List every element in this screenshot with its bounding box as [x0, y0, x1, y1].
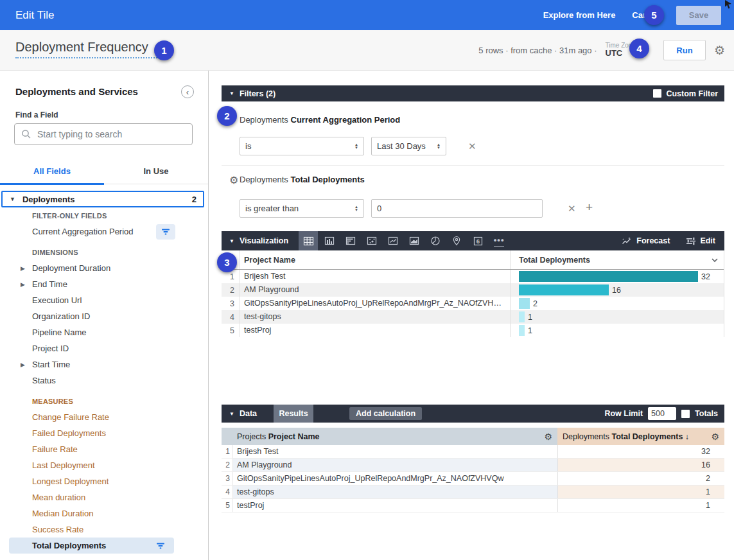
row-number: 1 — [222, 445, 233, 458]
edit-viz-button[interactable]: Edit — [686, 236, 715, 245]
field-item-total-deployments[interactable]: Total Deployments — [9, 538, 174, 554]
viz-table-row[interactable]: 2AM Playground16 — [222, 283, 724, 297]
field-item-failure-rate[interactable]: Failure Rate — [0, 441, 208, 457]
filter1-operator-value: is — [245, 141, 251, 151]
field-item-current-aggregation-period[interactable]: Current Aggregation Period — [0, 223, 208, 240]
field-group-deployments[interactable]: ▼ Deployments 2 — [1, 191, 204, 207]
tab-all-fields[interactable]: All Fields — [0, 159, 104, 184]
page-title[interactable]: Deployment Frequency — [15, 40, 162, 58]
results-tab[interactable]: Results — [274, 405, 313, 423]
field-item-organization-id[interactable]: Organization ID — [0, 308, 208, 324]
bar[interactable] — [519, 284, 609, 295]
data-table-row[interactable]: 2AM Playground16 — [222, 459, 724, 472]
viz-type-single-value-icon[interactable]: 6 — [468, 231, 487, 250]
field-item-execution-url[interactable]: Execution Url — [0, 292, 208, 308]
field-item-pipeline-name[interactable]: Pipeline Name — [0, 324, 208, 340]
viz-type-more-icon[interactable]: ••• — [489, 231, 509, 250]
expand-caret-icon[interactable]: ▶ — [21, 362, 25, 368]
column-gear-icon[interactable]: ⚙ — [711, 432, 719, 442]
custom-filter-checkbox[interactable] — [653, 89, 661, 98]
field-item-label: Median Duration — [32, 509, 93, 518]
row-limit-input[interactable] — [648, 407, 676, 420]
viz-table-row[interactable]: 3GitOpsSanityPipeLinesAutoProj_UpRelRepo… — [222, 297, 724, 310]
field-item-project-id[interactable]: Project ID — [0, 340, 208, 356]
filter2-operator-select[interactable]: is greater than ▲▼ — [240, 199, 364, 218]
field-item-mean-duration[interactable]: Mean duration — [0, 489, 208, 505]
filters-panel-header[interactable]: ▼ Filters (2) Custom Filter — [222, 85, 724, 101]
field-item-end-time[interactable]: ▶End Time — [0, 276, 208, 292]
collapse-caret-icon[interactable]: ▼ — [229, 91, 234, 96]
field-item-change-failure-rate[interactable]: Change Failure Rate — [0, 409, 208, 425]
collapse-sidebar-icon[interactable]: ‹ — [181, 85, 194, 98]
data-table-row[interactable]: 5testProj1 — [222, 499, 724, 512]
field-item-status[interactable]: Status — [0, 372, 208, 389]
viz-table-row[interactable]: 1Brijesh Test32 — [222, 270, 724, 283]
field-item-label: Organization ID — [32, 311, 90, 321]
save-button[interactable]: Save — [676, 6, 721, 25]
totals-checkbox[interactable] — [681, 410, 690, 418]
explore-from-here-link[interactable]: Explore from Here — [543, 10, 616, 20]
field-search-box[interactable] — [14, 123, 193, 145]
expand-caret-icon[interactable]: ▶ — [21, 281, 25, 288]
custom-filter-label: Custom Filter — [666, 89, 718, 98]
viz-type-area-chart-icon[interactable] — [405, 231, 424, 250]
filter-icon[interactable] — [156, 224, 175, 240]
bar[interactable] — [519, 325, 525, 336]
field-search-input[interactable] — [37, 129, 186, 139]
remove-filter1-icon[interactable]: ✕ — [468, 141, 476, 152]
chevron-down-icon[interactable] — [711, 258, 719, 263]
data-table-row[interactable]: 3GitOpsSanityPipeLinesAutoProj_UpRelRepo… — [222, 472, 724, 486]
add-calculation-button[interactable]: Add calculation — [349, 407, 422, 420]
viz-type-scatter-plot-icon[interactable] — [362, 231, 381, 250]
data-table-row[interactable]: 1Brijesh Test32 — [222, 445, 724, 459]
filter2-field-label: Deployments Total Deployments — [240, 175, 365, 184]
field-item-deployment-duration[interactable]: ▶Deployment Duration — [0, 260, 208, 276]
sort-descending-icon[interactable]: ↓ — [685, 432, 689, 441]
bar[interactable] — [519, 311, 525, 322]
field-item-start-time[interactable]: ▶Start Time — [0, 356, 208, 372]
data-measure-column-header[interactable]: Deployments Total Deployments ↓ ⚙ — [557, 428, 724, 445]
custom-filter-toggle[interactable]: Custom Filter — [653, 89, 718, 98]
viz-type-pie-chart-icon[interactable] — [426, 231, 445, 250]
collapse-caret-icon[interactable]: ▼ — [229, 238, 234, 244]
viz-measure-column-header[interactable]: Total Deployments — [511, 250, 724, 269]
viz-dimension-column-header[interactable]: Project Name — [240, 250, 511, 269]
viz-type-column-chart-icon[interactable] — [320, 231, 339, 250]
field-item-failed-deployments[interactable]: Failed Deployments — [0, 425, 208, 441]
tab-in-use[interactable]: In Use — [104, 159, 208, 184]
filter1-value-select[interactable]: Last 30 Days ▲▼ — [371, 137, 446, 155]
field-item-label: Project ID — [32, 344, 69, 353]
bar[interactable] — [519, 271, 698, 282]
viz-type-table-icon[interactable] — [299, 231, 318, 250]
filter1-operator-select[interactable]: is ▲▼ — [240, 137, 364, 155]
add-filter-icon[interactable]: + — [586, 200, 593, 214]
run-button[interactable]: Run — [663, 40, 706, 60]
field-item-longest-deployment[interactable]: Longest Deployment — [0, 473, 208, 489]
viz-table-row[interactable]: 5testProj1 — [222, 324, 724, 337]
data-panel-header[interactable]: ▼ Data Results Add calculation Row Limit… — [222, 405, 724, 423]
expand-caret-icon[interactable]: ▶ — [21, 265, 25, 272]
filter2-gear-icon[interactable]: ⚙ — [229, 174, 238, 186]
visualization-panel-header[interactable]: ▼ Visualization 6 ••• Forecast Edit — [222, 231, 724, 250]
data-dimension-column-header[interactable]: Projects Project Name ⚙ — [233, 428, 557, 445]
bar[interactable] — [519, 298, 530, 309]
data-table-body: 1Brijesh Test322AM Playground163GitOpsSa… — [222, 445, 724, 512]
remove-filter2-icon[interactable]: ✕ — [568, 203, 576, 214]
filter-icon[interactable] — [151, 538, 170, 554]
field-item-last-deployment[interactable]: Last Deployment — [0, 457, 208, 473]
measure-label: Total Deployments — [611, 432, 683, 441]
field-item-success-rate[interactable]: Success Rate — [0, 521, 208, 538]
forecast-button[interactable]: Forecast — [621, 236, 670, 245]
viz-table-row[interactable]: 4test-gitops1 — [222, 310, 724, 324]
data-table-row[interactable]: 4test-gitops1 — [222, 486, 724, 499]
filter1-group: Deployments — [240, 115, 288, 125]
viz-type-bar-chart-icon[interactable] — [341, 231, 360, 250]
column-gear-icon[interactable]: ⚙ — [544, 432, 552, 442]
filter2-value-input[interactable] — [371, 199, 543, 218]
collapse-caret-icon[interactable]: ▼ — [229, 411, 234, 417]
viz-type-map-icon[interactable] — [447, 231, 466, 250]
explore-settings-gear-icon[interactable]: ⚙ — [714, 44, 725, 57]
viz-type-line-chart-icon[interactable] — [383, 231, 403, 250]
field-item-median-duration[interactable]: Median Duration — [0, 505, 208, 521]
data-panel-controls: Row Limit Totals — [604, 407, 718, 420]
